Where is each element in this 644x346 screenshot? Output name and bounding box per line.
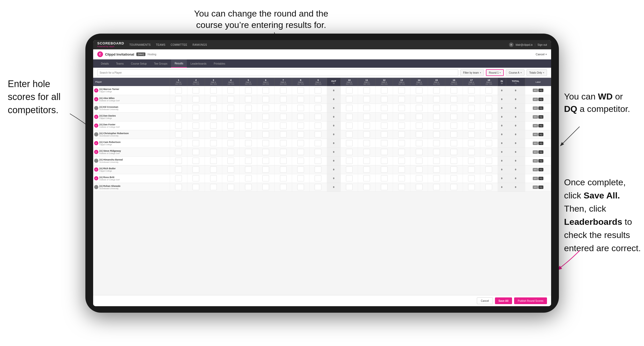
score-input-hole-10[interactable]: [346, 184, 353, 190]
score-hole-7[interactable]: [275, 112, 292, 121]
score-input-hole-3[interactable]: [210, 166, 217, 173]
score-input-hole-11[interactable]: [363, 131, 370, 137]
score-input-hole-2[interactable]: [193, 122, 199, 129]
score-hole-14[interactable]: [410, 104, 428, 112]
score-hole-6[interactable]: [257, 95, 274, 104]
score-hole-8[interactable]: [292, 183, 309, 191]
score-hole-8[interactable]: [292, 86, 309, 95]
score-hole-1[interactable]: [170, 183, 187, 191]
score-input-hole-11[interactable]: [363, 175, 370, 181]
score-hole-4[interactable]: [222, 121, 240, 130]
score-input-hole-18[interactable]: [485, 184, 492, 190]
score-hole-18[interactable]: [480, 95, 498, 104]
score-hole-13[interactable]: [393, 165, 410, 174]
score-hole-18[interactable]: [480, 104, 498, 112]
score-hole-12[interactable]: [375, 148, 393, 156]
score-input-hole-15[interactable]: [433, 105, 440, 111]
score-hole-6[interactable]: [257, 139, 274, 148]
score-input-hole-6[interactable]: [262, 158, 269, 164]
score-input-hole-8[interactable]: [297, 166, 304, 173]
score-input-hole-8[interactable]: [297, 175, 304, 181]
score-hole-16[interactable]: [445, 156, 463, 165]
score-hole-4[interactable]: [222, 95, 240, 104]
score-input-hole-5[interactable]: [245, 131, 252, 137]
score-input-hole-8[interactable]: [297, 122, 304, 129]
score-hole-15[interactable]: [428, 104, 445, 112]
score-input-hole-14[interactable]: [416, 175, 423, 181]
score-input-hole-15[interactable]: [433, 149, 440, 155]
score-hole-7[interactable]: [275, 104, 292, 112]
score-input-hole-14[interactable]: [416, 105, 423, 111]
score-hole-8[interactable]: [292, 165, 309, 174]
score-input-hole-11[interactable]: [363, 140, 370, 146]
score-input-hole-17[interactable]: [468, 166, 475, 173]
score-hole-12[interactable]: [375, 183, 393, 191]
score-hole-7[interactable]: [275, 121, 292, 130]
score-input-hole-17[interactable]: [468, 122, 475, 129]
tab-teams[interactable]: Teams: [113, 59, 127, 68]
score-input-hole-3[interactable]: [210, 114, 217, 120]
score-hole-7[interactable]: [275, 148, 292, 156]
publish-btn[interactable]: Publish Round Scores: [514, 297, 547, 304]
score-input-hole-1[interactable]: [175, 166, 182, 173]
score-hole-15[interactable]: [428, 156, 445, 165]
score-input-hole-12[interactable]: [381, 166, 388, 173]
score-hole-11[interactable]: [358, 156, 375, 165]
score-hole-18[interactable]: [480, 130, 498, 139]
score-input-hole-2[interactable]: [193, 105, 199, 111]
score-hole-4[interactable]: [222, 165, 240, 174]
score-hole-1[interactable]: [170, 174, 187, 183]
score-input-hole-13[interactable]: [398, 166, 405, 173]
score-input-hole-16[interactable]: [450, 158, 457, 164]
wd-button[interactable]: WD: [533, 115, 538, 119]
wd-button[interactable]: WD: [533, 177, 538, 180]
score-hole-3[interactable]: [205, 86, 222, 95]
score-input-hole-3[interactable]: [210, 149, 217, 155]
score-input-hole-12[interactable]: [381, 175, 388, 181]
score-input-hole-9[interactable]: [315, 149, 321, 155]
score-hole-13[interactable]: [393, 121, 410, 130]
score-input-hole-15[interactable]: [433, 131, 440, 137]
score-hole-11[interactable]: [358, 112, 375, 121]
score-hole-10[interactable]: [340, 139, 358, 148]
wd-button[interactable]: WD: [533, 150, 538, 154]
dq-button[interactable]: DQ: [538, 168, 543, 171]
score-input-hole-4[interactable]: [227, 87, 234, 94]
score-input-hole-16[interactable]: [450, 122, 457, 129]
score-hole-7[interactable]: [275, 165, 292, 174]
score-input-hole-10[interactable]: [346, 175, 353, 181]
score-hole-14[interactable]: [410, 95, 428, 104]
score-hole-6[interactable]: [257, 130, 274, 139]
score-hole-7[interactable]: [275, 130, 292, 139]
score-input-hole-6[interactable]: [262, 184, 269, 190]
score-input-hole-13[interactable]: [398, 96, 405, 102]
score-hole-11[interactable]: [358, 121, 375, 130]
score-hole-15[interactable]: [428, 139, 445, 148]
score-hole-1[interactable]: [170, 139, 187, 148]
score-input-hole-2[interactable]: [193, 158, 199, 164]
score-hole-4[interactable]: [222, 139, 240, 148]
score-hole-12[interactable]: [375, 95, 393, 104]
score-hole-9[interactable]: [309, 112, 327, 121]
score-input-hole-8[interactable]: [297, 149, 304, 155]
score-hole-6[interactable]: [257, 174, 274, 183]
score-input-hole-10[interactable]: [346, 158, 353, 164]
score-input-hole-4[interactable]: [227, 166, 234, 173]
score-hole-10[interactable]: [340, 165, 358, 174]
score-input-hole-7[interactable]: [280, 87, 287, 94]
score-input-hole-7[interactable]: [280, 96, 287, 102]
score-hole-7[interactable]: [275, 174, 292, 183]
score-input-hole-11[interactable]: [363, 184, 370, 190]
score-hole-17[interactable]: [463, 156, 480, 165]
score-input-hole-17[interactable]: [468, 149, 475, 155]
wd-button[interactable]: WD: [533, 142, 538, 145]
score-input-hole-2[interactable]: [193, 175, 199, 181]
score-input-hole-12[interactable]: [381, 140, 388, 146]
score-input-hole-17[interactable]: [468, 87, 475, 94]
score-input-hole-2[interactable]: [193, 184, 199, 190]
score-input-hole-5[interactable]: [245, 158, 252, 164]
score-hole-15[interactable]: [428, 86, 445, 95]
score-hole-4[interactable]: [222, 148, 240, 156]
score-hole-8[interactable]: [292, 156, 309, 165]
score-input-hole-9[interactable]: [315, 114, 321, 120]
